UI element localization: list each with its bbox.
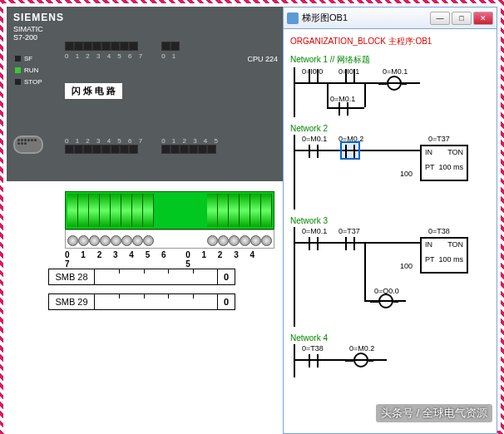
network-3[interactable]: 0=M0.1 0=T37 0=T38 INTON PT100 ms 100 0=… [294,227,490,327]
terminal-block: 0 1 2 3 4 5 6 7 0 1 2 3 4 5 [65,191,274,269]
plc-module: SIEMENS SIMATIC S7-200 SF RUN STOP 0 1 2… [7,7,286,181]
ob-header: ORGANIZATION_BLOCK 主程序:OB1 [290,36,490,47]
network-4-label: Network 4 [290,333,490,343]
ladder-editor[interactable]: ORGANIZATION_BLOCK 主程序:OB1 Network 1 // … [284,29,497,432]
serial-port [13,136,43,154]
network-1-label: Network 1 // 网络标题 [290,54,490,66]
status-leds: SF RUN STOP [15,53,42,88]
smb28-slider[interactable]: SMB 28 0 [48,269,235,285]
network-2-label: Network 2 [290,124,490,133]
program-display: 闪 烁 电 路 [65,83,122,99]
window-title: 梯形图OB1 [302,12,348,24]
maximize-button[interactable]: □ [452,12,472,25]
app-icon [287,12,299,24]
cpu-label: CPU 224 [247,55,278,63]
titlebar[interactable]: 梯形图OB1 — □ ✕ [284,7,497,29]
network-1[interactable]: 0=I0.0 0=I0.1 0=M0.1 0=M0.1 [294,67,490,117]
input-indicators: 0 1 2 3 4 5 6 7 0 1 [65,42,180,60]
ladder-window: 梯形图OB1 — □ ✕ ORGANIZATION_BLOCK 主程序:OB1 … [283,7,497,434]
network-2[interactable]: 0=M0.1 0=M0.2 0=T37 INTON PT100 ms 100 [294,135,490,210]
smb29-slider[interactable]: SMB 29 0 [48,293,235,310]
model-label: SIMATIC S7-200 [13,25,43,42]
minimize-button[interactable]: — [430,12,450,25]
close-button[interactable]: ✕ [473,12,493,25]
watermark: 头条号 / 全球电气资源 [376,404,492,422]
output-indicators: 0 1 2 3 4 5 6 7 0 1 2 3 4 5 [65,136,220,154]
network-3-label: Network 3 [290,216,490,225]
brand-logo: SIEMENS [13,12,64,23]
network-4[interactable]: 0=T38 0=M0.2 [294,344,490,377]
simulator-panel: SIEMENS SIMATIC S7-200 SF RUN STOP 0 1 2… [7,7,286,434]
